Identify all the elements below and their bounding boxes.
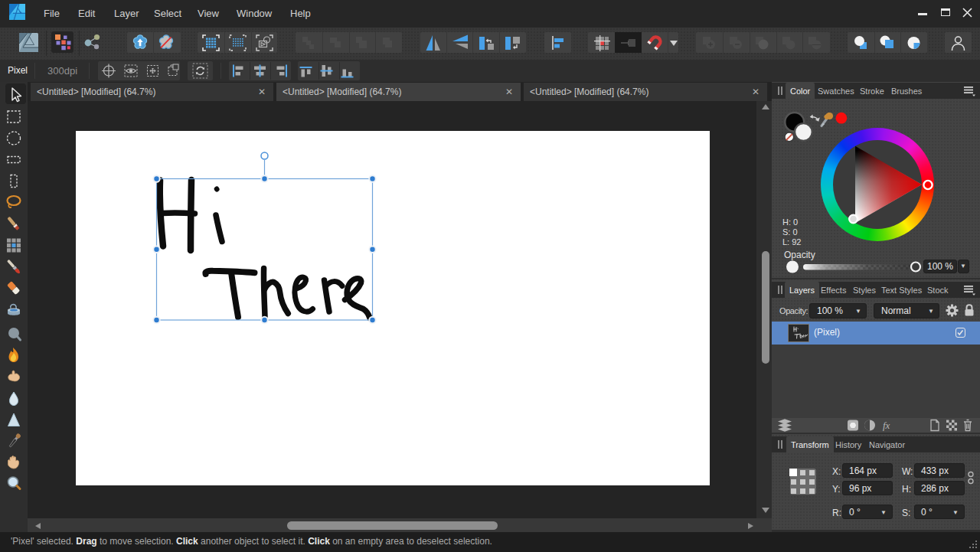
svg-text:fx: fx [883,420,890,431]
